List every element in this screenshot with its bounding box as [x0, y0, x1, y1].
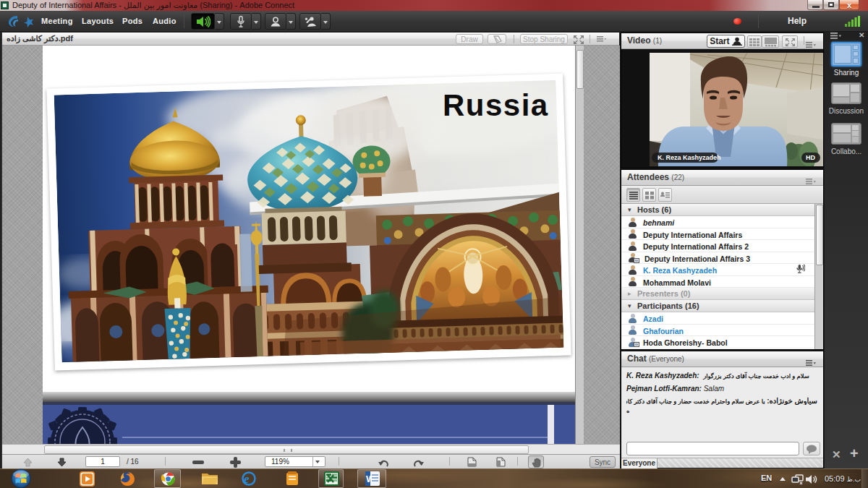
svg-text:e: e [244, 472, 250, 486]
svg-text:HD: HD [806, 154, 815, 161]
svg-text:K. Reza Kashyzadeh: K. Reza Kashyzadeh [658, 154, 721, 161]
